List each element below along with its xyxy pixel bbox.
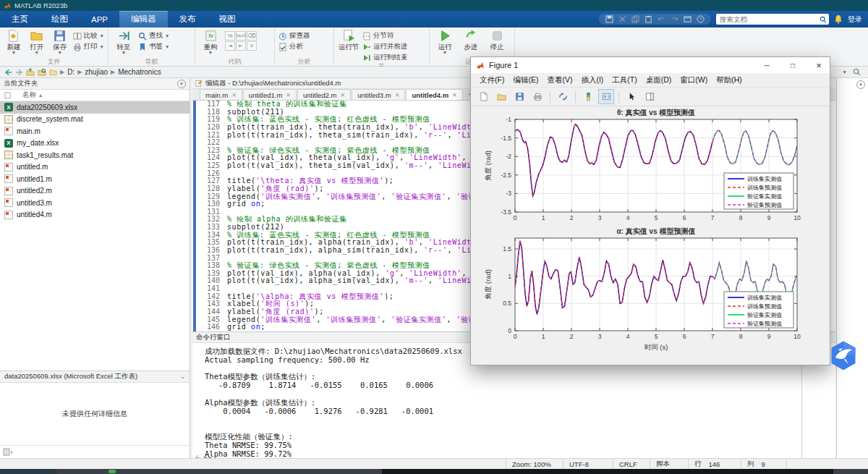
file-row[interactable]: main.m xyxy=(0,125,190,137)
save-figure-icon[interactable] xyxy=(511,89,527,104)
figure-menu-item[interactable]: 插入(I) xyxy=(576,75,608,85)
insert-colorbar-icon[interactable] xyxy=(580,89,596,104)
browse-folder-icon[interactable] xyxy=(38,68,46,76)
copy-icon[interactable] xyxy=(631,15,639,23)
ribbon-tab[interactable]: 视图 xyxy=(208,11,247,27)
goto-button[interactable]: 转至▼ xyxy=(112,29,135,54)
ribbon-tab[interactable]: 发布 xyxy=(168,11,208,27)
comment-icon[interactable]: % xyxy=(225,31,235,41)
figure-menu-item[interactable]: 编辑(E) xyxy=(509,75,542,85)
ribbon-tab[interactable]: APP xyxy=(80,11,119,27)
editor-tab[interactable]: main.m✕ xyxy=(200,89,242,100)
file-row[interactable]: my_date.xlsx xyxy=(0,137,190,150)
notification-bell-icon[interactable] xyxy=(834,14,843,24)
profiler-button[interactable]: 探查器 xyxy=(278,31,310,41)
link-plot-icon[interactable] xyxy=(555,89,571,104)
figure-menu-item[interactable]: 窗口(W) xyxy=(676,75,712,85)
editor-tab[interactable]: untitled1.m✕ xyxy=(243,89,297,100)
doc-search-input[interactable] xyxy=(720,15,820,23)
analyze-button[interactable]: 分析 xyxy=(278,42,310,51)
folder-column-header[interactable]: 名称 ▲ xyxy=(0,90,190,101)
save-button[interactable]: 保存▼ xyxy=(50,29,70,54)
smart-indent-icon[interactable]: ≡ xyxy=(247,41,257,51)
minimize-icon[interactable]: ─ xyxy=(756,57,778,73)
file-row[interactable]: data20250609.xlsx xyxy=(0,101,190,114)
refactor-button[interactable]: fx重构▼ xyxy=(199,29,222,54)
file-row[interactable]: untitled1.m xyxy=(0,173,190,185)
edit-plot-icon[interactable] xyxy=(624,89,639,104)
figure-menu-item[interactable]: 查看(V) xyxy=(542,75,576,85)
new-button[interactable]: 新建▼ xyxy=(4,29,24,54)
close-tab-icon[interactable]: ✕ xyxy=(286,92,291,98)
figure-title-bar[interactable]: Figure 1 ─ □ × xyxy=(471,57,830,73)
indent-icon[interactable]: ⇥ xyxy=(225,41,235,51)
layout-grid-icon[interactable] xyxy=(3,448,13,456)
run-section-button[interactable]: 运行节 xyxy=(338,29,359,51)
figure-menu-item[interactable]: 帮助(H) xyxy=(712,75,746,85)
uncomment-icon[interactable]: ⌫ xyxy=(247,31,257,41)
new-figure-icon[interactable] xyxy=(475,89,491,104)
window-icon[interactable] xyxy=(684,15,692,23)
run-to-end-button[interactable]: 运行到结束 xyxy=(362,53,408,62)
file-row[interactable]: untitled3.m xyxy=(0,197,190,209)
file-row[interactable]: discrete_system.mat xyxy=(0,114,190,126)
undo-icon[interactable] xyxy=(658,15,665,23)
forward-icon[interactable] xyxy=(15,69,23,76)
editor-tab[interactable]: untitled4.m✕ xyxy=(406,89,462,100)
status-zoom[interactable]: Zoom: 100% xyxy=(506,459,563,469)
file-row[interactable]: untitled.m xyxy=(0,161,190,174)
section-break-button[interactable]: 分节符 xyxy=(362,31,408,41)
stop-button[interactable]: 停止 xyxy=(485,29,509,51)
floating-bird-app-icon[interactable] xyxy=(828,340,859,371)
print-button[interactable]: 打印▼ xyxy=(73,42,104,51)
ribbon-tab[interactable]: 主页 xyxy=(0,11,40,27)
property-inspector-icon[interactable] xyxy=(642,89,658,104)
figure-menu-item[interactable]: 工具(T) xyxy=(608,75,641,85)
panel-menu-icon[interactable]: ▼ xyxy=(177,80,186,88)
print-icon[interactable] xyxy=(529,89,545,104)
doc-search-box[interactable] xyxy=(716,14,829,25)
back-icon[interactable] xyxy=(4,69,12,76)
workspace-search-icon[interactable] xyxy=(853,68,861,76)
status-encoding[interactable]: UTF-8 xyxy=(563,459,613,469)
open-file-icon[interactable] xyxy=(493,89,509,104)
search-icon[interactable] xyxy=(820,16,827,23)
file-row[interactable]: untitled4.m xyxy=(0,209,190,221)
bookmark-button[interactable]: 书签▼ xyxy=(138,42,169,51)
figure-menu-item[interactable]: 文件(F) xyxy=(475,75,509,85)
breadcrumb-segment[interactable]: ▶D: xyxy=(60,68,75,76)
ribbon-tab[interactable]: 编辑器 xyxy=(119,11,168,27)
panel-menu-icon[interactable]: ▼ xyxy=(856,80,865,89)
close-tab-icon[interactable]: ✕ xyxy=(395,92,400,98)
outdent-icon[interactable]: ⇤ xyxy=(236,41,246,51)
run-button[interactable]: 运行▼ xyxy=(433,29,456,54)
breadcrumb-segment[interactable]: ▶Mechatronics xyxy=(111,68,161,76)
up-folder-icon[interactable] xyxy=(26,68,35,76)
paste-icon[interactable] xyxy=(644,15,652,23)
compare-button[interactable]: 比较▼ xyxy=(73,31,104,41)
maximize-icon[interactable]: □ xyxy=(782,57,804,73)
find-button[interactable]: 查找▼ xyxy=(138,31,169,41)
step-button[interactable]: 步进 xyxy=(459,29,482,51)
close-tab-icon[interactable]: ✕ xyxy=(231,92,237,98)
wrap-comment-icon[interactable]: %⏎ xyxy=(236,31,246,41)
editor-tab[interactable]: untitled2.m✕ xyxy=(297,89,351,100)
sign-in-link[interactable]: 登录 xyxy=(848,14,862,25)
run-advance-button[interactable]: 运行并前进 xyxy=(362,42,408,51)
address-dropdown-icon[interactable]: ▼ xyxy=(843,70,847,74)
breadcrumb-segment[interactable]: ▶zhujiao xyxy=(77,68,108,76)
insert-legend-icon[interactable] xyxy=(598,89,614,104)
file-row[interactable]: task1_results.mat xyxy=(0,149,190,161)
editor-tab[interactable]: untitled3.m✕ xyxy=(352,89,405,100)
file-detail-header[interactable]: data20250609.xlsx (Microsoft Excel 工作表) … xyxy=(0,371,190,383)
status-eol[interactable]: CRLF xyxy=(613,459,650,469)
close-tab-icon[interactable]: ✕ xyxy=(341,92,346,98)
cut-icon[interactable] xyxy=(618,15,626,23)
close-icon[interactable]: × xyxy=(808,57,830,73)
close-tab-icon[interactable]: ✕ xyxy=(452,92,457,98)
redo-icon[interactable] xyxy=(671,15,678,23)
ribbon-tab[interactable]: 绘图 xyxy=(40,11,80,27)
figure-menu-item[interactable]: 桌面(D) xyxy=(642,75,676,85)
save-icon[interactable] xyxy=(605,15,613,23)
open-button[interactable]: 打开▼ xyxy=(27,29,47,54)
